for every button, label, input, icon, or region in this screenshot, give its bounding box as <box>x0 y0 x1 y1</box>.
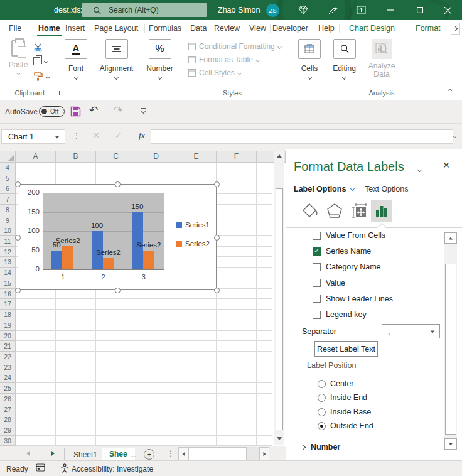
legend-item-series2[interactable]: Series2 <box>176 240 210 247</box>
next-sheet-icon[interactable] <box>51 451 55 456</box>
scrollbar-thumb[interactable] <box>276 188 283 430</box>
ribbon-display-options-icon[interactable] <box>355 4 367 16</box>
row-header-13[interactable]: 13 <box>0 257 16 268</box>
data-label-series2-cat3[interactable]: Series2 <box>130 241 168 249</box>
row-header-12[interactable]: 12 <box>0 247 16 257</box>
pane-scrollbar[interactable] <box>444 232 457 450</box>
radio-unselected-icon[interactable] <box>318 380 326 388</box>
chart-selection-handle[interactable] <box>15 288 21 293</box>
row-header-24[interactable]: 24 <box>0 372 16 383</box>
row-header-16[interactable]: 16 <box>0 289 16 300</box>
row-header-22[interactable]: 22 <box>0 352 16 362</box>
column-header-C[interactable]: C <box>96 151 136 163</box>
effects-icon[interactable] <box>326 202 343 220</box>
checkbox-series-name[interactable]: ✓Series Name <box>313 245 371 257</box>
tab-label-options[interactable]: Label Options <box>294 185 354 193</box>
clipboard-dialog-launcher[interactable] <box>55 91 60 95</box>
customize-qat-button[interactable] <box>141 108 146 113</box>
tab-help[interactable]: Help <box>318 24 335 33</box>
size-properties-icon[interactable] <box>351 202 368 220</box>
tab-insert[interactable]: Insert <box>65 24 85 33</box>
scroll-up-icon[interactable] <box>277 154 282 158</box>
select-all-corner[interactable] <box>0 151 16 163</box>
data-label-series1-cat2[interactable]: 100 <box>78 222 116 229</box>
copy-button[interactable] <box>33 57 48 65</box>
row-header-11[interactable]: 11 <box>0 236 16 247</box>
row-header-14[interactable]: 14 <box>0 268 16 278</box>
scroll-up-button[interactable] <box>444 232 457 244</box>
row-header-30[interactable]: 30 <box>0 436 16 446</box>
tab-formulas[interactable]: Formulas <box>149 24 181 33</box>
row-header-15[interactable]: 15 <box>0 278 16 289</box>
row-header-9[interactable]: 9 <box>0 215 16 226</box>
macro-record-icon[interactable] <box>36 463 45 473</box>
label-options-icon-selected[interactable] <box>371 200 392 222</box>
radio-inside-end[interactable]: Inside End <box>318 392 367 403</box>
checkbox-unchecked-icon[interactable] <box>313 232 321 240</box>
checkbox-unchecked-icon[interactable] <box>313 279 321 287</box>
pane-close-button[interactable]: ✕ <box>443 160 450 170</box>
horizontal-scrollbar-thumb[interactable] <box>188 447 247 460</box>
row-header-29[interactable]: 29 <box>0 425 16 436</box>
row-header-26[interactable]: 26 <box>0 394 16 404</box>
row-header-17[interactable]: 17 <box>0 299 16 310</box>
pen-sparkle-icon[interactable] <box>327 4 338 16</box>
cut-button[interactable] <box>33 43 43 52</box>
data-label-series2-cat1[interactable]: Series2 <box>49 237 87 244</box>
editing-group-button[interactable]: Editing <box>327 39 362 79</box>
new-sheet-button[interactable]: + <box>144 449 154 460</box>
row-header-4[interactable]: 4 <box>0 163 16 173</box>
tab-text-options[interactable]: Text Options <box>365 185 408 193</box>
radio-center[interactable]: Center <box>318 379 354 389</box>
bar-series2-cat1[interactable] <box>62 246 73 269</box>
row-header-28[interactable]: 28 <box>0 414 16 425</box>
accessibility-status[interactable]: Accessibility: Investigate <box>72 465 153 473</box>
tab-format[interactable]: Format <box>416 24 441 33</box>
pane-options-chevron-icon[interactable] <box>417 168 422 172</box>
row-header-10[interactable]: 10 <box>0 225 16 236</box>
chart-selection-handle[interactable] <box>115 181 121 187</box>
tab-home[interactable]: Home <box>38 24 60 33</box>
checkbox-unchecked-icon[interactable] <box>313 263 321 271</box>
data-label-series2-cat2[interactable]: Series2 <box>90 249 127 256</box>
radio-unselected-icon[interactable] <box>318 408 326 416</box>
font-group-button[interactable]: A Font <box>59 39 93 79</box>
chart-selection-handle[interactable] <box>214 235 220 241</box>
gem-icon[interactable] <box>298 4 309 16</box>
cells-group-button[interactable]: Cells <box>292 39 327 79</box>
formula-bar-grip[interactable]: ⋮ <box>73 131 80 140</box>
checkbox-unchecked-icon[interactable] <box>313 311 321 319</box>
paste-button[interactable]: Paste <box>8 40 29 75</box>
radio-outside-end[interactable]: Outside End <box>318 421 373 431</box>
column-header-E[interactable]: E <box>176 151 217 163</box>
row-header-6[interactable]: 6 <box>0 183 16 194</box>
legend-item-series1[interactable]: Series1 <box>176 221 210 229</box>
search-box[interactable]: Search (Alt+Q) <box>82 3 207 17</box>
bar-series2-cat2[interactable] <box>103 258 114 269</box>
tab-page-layout[interactable]: Page Layout <box>94 24 138 33</box>
name-box-dropdown-icon[interactable] <box>55 136 60 138</box>
save-button[interactable] <box>70 106 81 120</box>
chart-selection-handle[interactable] <box>115 288 121 293</box>
row-header-18[interactable]: 18 <box>0 310 16 320</box>
reset-label-text-button[interactable]: Reset Label Text <box>314 341 378 357</box>
tab-file[interactable]: File <box>9 24 21 33</box>
row-header-7[interactable]: 7 <box>0 194 16 205</box>
number-section-header[interactable]: Number <box>302 443 340 452</box>
column-header-B[interactable]: B <box>56 151 96 163</box>
row-header-27[interactable]: 27 <box>0 404 16 415</box>
scroll-down-button[interactable] <box>444 438 457 450</box>
checkbox-value-from-cells[interactable]: Value From Cells <box>313 229 385 242</box>
tab-overflow-button[interactable] <box>451 23 460 35</box>
horizontal-scrollbar-track[interactable] <box>247 447 259 460</box>
radio-selected-icon[interactable] <box>318 422 326 430</box>
name-box[interactable]: Chart 1 <box>1 129 65 144</box>
checkbox-unchecked-icon[interactable] <box>313 295 321 303</box>
insert-function-button[interactable]: fx <box>139 131 145 141</box>
column-header-F[interactable]: F <box>217 151 257 163</box>
radio-inside-base[interactable]: Inside Base <box>318 407 371 417</box>
column-header-A[interactable]: A <box>16 151 56 163</box>
undo-button[interactable]: ↶ <box>89 104 98 117</box>
tab-developer[interactable]: Developer <box>272 24 308 33</box>
alignment-group-button[interactable]: Alignment <box>93 39 140 79</box>
